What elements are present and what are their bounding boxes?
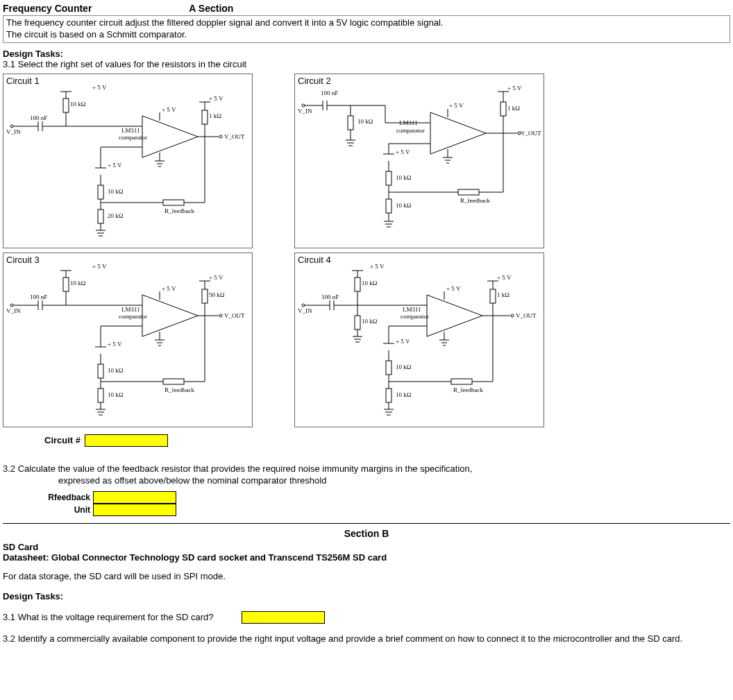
svg-rect-19 — [202, 110, 208, 124]
circuit-4-box: Circuit 4 — [294, 253, 544, 427]
svg-rect-26 — [98, 185, 103, 199]
svg-rect-35 — [163, 200, 184, 205]
c3-r1: 10 kΩ — [70, 280, 85, 287]
c3-r2: 50 kΩ — [209, 291, 224, 298]
c3-5v-3: + 5 V — [209, 274, 223, 281]
c1-r4: 20 kΩ — [108, 212, 123, 219]
c1-5v-4: + 5 V — [108, 162, 121, 169]
header-row: Frequency Counter A Section — [3, 3, 730, 14]
circuit-3-schematic: V_IN 100 nF 10 kΩ + 5 V LM311 comparator… — [3, 253, 252, 427]
intro-line1: The frequency counter circuit adjust the… — [6, 17, 727, 29]
rfeedback-label: Rfeedback — [44, 493, 93, 502]
c4-rfb: R_feedback — [453, 386, 483, 393]
c4-5v-3: + 5 V — [497, 274, 511, 281]
c1-lm: LM311 — [121, 127, 140, 134]
sd-voltage-input[interactable] — [242, 611, 325, 624]
c2-r4: 10 kΩ — [396, 202, 411, 209]
section-b-q32: 3.2 Identify a commercially available co… — [3, 633, 730, 644]
svg-point-37 — [302, 104, 305, 107]
c4-vin: V_IN — [298, 307, 312, 314]
svg-rect-104 — [98, 364, 103, 378]
c3-5v-4: + 5 V — [108, 341, 121, 348]
section-b-q31-row: 3.1 What is the voltage requirement for … — [3, 611, 730, 624]
c4-5v-2: + 5 V — [446, 285, 460, 292]
rfeedback-grid: Rfeedback Unit — [44, 491, 730, 516]
c4-r1b: 10 kΩ — [362, 318, 377, 325]
design-tasks-header: Design Tasks: — [3, 49, 730, 59]
section-a-label: A Section — [189, 3, 233, 14]
c3-vin: V_IN — [6, 307, 21, 314]
c2-vin: V_IN — [298, 108, 312, 114]
c2-r3: 10 kΩ — [396, 174, 411, 181]
c2-cap: 100 nF — [321, 89, 338, 96]
c2-lm: LM311 — [399, 119, 418, 126]
c2-r1: 10 kΩ — [357, 118, 373, 125]
circuit-1-schematic: V_IN 100 nF 10 kΩ + 5 V LM311 comparator… — [3, 74, 252, 248]
task-3-1: 3.1 Select the right set of values for t… — [3, 59, 730, 69]
c1-vin: V_IN — [6, 128, 21, 135]
circuit-1-box: Circuit 1 — [3, 74, 253, 248]
c1-cap: 100 nF — [30, 114, 47, 121]
svg-point-95 — [219, 314, 222, 317]
c3-cap: 100 nF — [30, 293, 47, 300]
circuit-2-box: Circuit 2 — [294, 74, 544, 248]
c2-5v-1: + 5 V — [449, 102, 463, 109]
svg-rect-147 — [386, 361, 391, 375]
c3-5v-1: + 5 V — [92, 263, 106, 270]
c1-r2: 1 kΩ — [209, 112, 221, 119]
c2-vout: V_OUT — [521, 130, 541, 137]
svg-rect-97 — [202, 289, 208, 303]
task-3-2: 3.2 Calculate the value of the feedback … — [3, 463, 730, 487]
unit-input[interactable] — [93, 504, 176, 516]
svg-rect-121 — [355, 278, 360, 291]
c2-5v-2: + 5 V — [507, 85, 521, 92]
c4-r2: 1 kΩ — [497, 291, 509, 298]
c4-vout: V_OUT — [516, 312, 537, 319]
svg-rect-156 — [451, 379, 472, 384]
c4-r4: 10 kΩ — [396, 391, 411, 398]
svg-marker-131 — [427, 295, 482, 336]
svg-rect-76 — [458, 189, 479, 195]
svg-point-115 — [302, 304, 305, 307]
circuit-2-svg — [295, 74, 545, 248]
intro-box: The frequency counter circuit adjust the… — [3, 15, 730, 43]
c1-comp: comparator — [119, 134, 147, 141]
c4-cap: 100 nF — [321, 293, 339, 300]
task-3-2-line1: 3.2 Calculate the value of the feedback … — [3, 463, 730, 475]
c1-5v-1: + 5 V — [92, 84, 106, 91]
svg-rect-84 — [63, 278, 69, 291]
c1-r1: 10 kΩ — [70, 101, 85, 108]
intro-line2: The circuit is based on a Schmitt compar… — [6, 29, 727, 41]
circuit-number-input[interactable] — [85, 434, 168, 447]
c3-lm: LM311 — [121, 306, 140, 313]
rfeedback-input[interactable] — [93, 491, 176, 504]
svg-rect-125 — [355, 316, 360, 330]
c2-rfb: R_feedback — [460, 197, 490, 204]
svg-rect-71 — [500, 102, 506, 116]
svg-marker-10 — [142, 116, 198, 157]
c3-comp: comparator — [119, 313, 147, 320]
section-b-tasks-header: Design Tasks: — [3, 591, 730, 601]
circuit-answer-label: Circuit # — [44, 435, 81, 445]
circuit-2-schematic: V_IN 100 nF 10 kΩ LM311 comparator + 5 V… — [295, 74, 544, 248]
svg-rect-28 — [98, 210, 103, 223]
svg-marker-50 — [430, 112, 486, 154]
circuit-3-box: Circuit 3 — [3, 253, 253, 427]
circuit-answer-row: Circuit # — [44, 434, 730, 447]
circuit-4-schematic: V_IN 100 nF 10 kΩ 10 kΩ + 5 V LM311 comp… — [295, 253, 544, 427]
section-b-intro: For data storage, the SD card will be us… — [3, 571, 730, 581]
c3-r3: 10 kΩ — [108, 367, 123, 374]
svg-rect-106 — [98, 389, 103, 402]
section-b-q31: 3.1 What is the voltage requirement for … — [3, 612, 214, 622]
svg-rect-58 — [386, 199, 391, 213]
svg-point-138 — [511, 314, 514, 317]
c4-lm: LM311 — [403, 306, 421, 313]
c2-5v-3: + 5 V — [396, 148, 410, 155]
svg-point-0 — [10, 125, 13, 128]
c4-comp: comparator — [401, 313, 429, 320]
svg-rect-113 — [163, 379, 184, 384]
page-title: Frequency Counter — [3, 3, 92, 14]
c4-5v-4: + 5 V — [396, 338, 410, 345]
c4-r3: 10 kΩ — [396, 364, 411, 370]
svg-rect-6 — [63, 99, 69, 112]
